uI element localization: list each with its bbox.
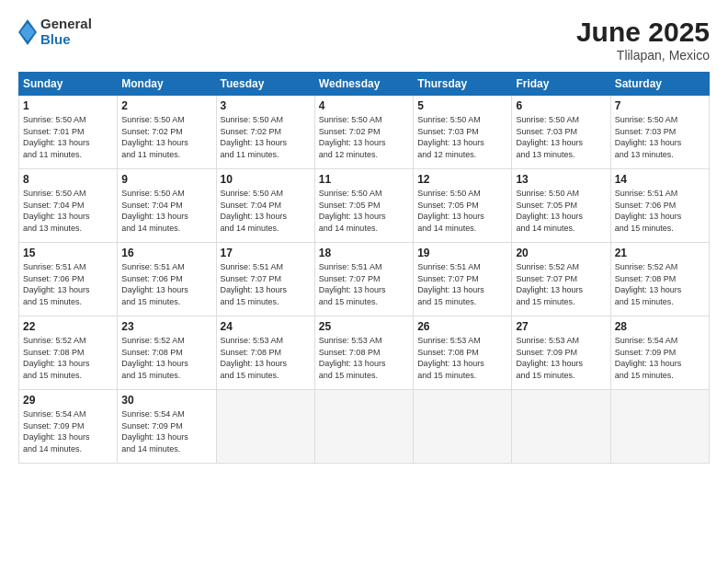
calendar-cell: 12Sunrise: 5:50 AM Sunset: 7:05 PM Dayli… (414, 169, 512, 243)
header-tuesday: Tuesday (216, 73, 314, 96)
day-info: Sunrise: 5:50 AM Sunset: 7:02 PM Dayligh… (319, 114, 409, 160)
calendar-cell: 13Sunrise: 5:50 AM Sunset: 7:05 PM Dayli… (512, 169, 610, 243)
day-number: 15 (23, 247, 113, 259)
svg-marker-1 (20, 23, 35, 41)
day-number: 19 (417, 247, 507, 259)
day-info: Sunrise: 5:53 AM Sunset: 7:08 PM Dayligh… (319, 335, 409, 381)
logo: General Blue (18, 17, 92, 47)
day-info: Sunrise: 5:50 AM Sunset: 7:03 PM Dayligh… (516, 114, 606, 160)
calendar-cell (610, 390, 709, 464)
logo-icon (18, 19, 37, 45)
day-number: 24 (221, 320, 311, 333)
calendar-cell (314, 390, 413, 464)
header-monday: Monday (118, 73, 216, 96)
calendar-cell: 22Sunrise: 5:52 AM Sunset: 7:08 PM Dayli… (19, 316, 118, 390)
day-info: Sunrise: 5:50 AM Sunset: 7:05 PM Dayligh… (516, 188, 606, 234)
calendar-cell (414, 390, 512, 464)
day-info: Sunrise: 5:51 AM Sunset: 7:07 PM Dayligh… (319, 261, 409, 307)
subtitle: Tlilapan, Mexico (576, 48, 710, 63)
calendar-table: Sunday Monday Tuesday Wednesday Thursday… (18, 72, 710, 464)
calendar-cell: 27Sunrise: 5:53 AM Sunset: 7:09 PM Dayli… (512, 316, 610, 390)
day-number: 4 (319, 99, 409, 112)
day-info: Sunrise: 5:50 AM Sunset: 7:04 PM Dayligh… (23, 188, 113, 234)
day-info: Sunrise: 5:51 AM Sunset: 7:07 PM Dayligh… (417, 261, 507, 307)
day-number: 2 (121, 99, 211, 112)
logo-general-text: General (40, 17, 92, 32)
calendar-cell: 8Sunrise: 5:50 AM Sunset: 7:04 PM Daylig… (19, 169, 118, 243)
main-title: June 2025 (576, 17, 710, 48)
calendar-cell: 2Sunrise: 5:50 AM Sunset: 7:02 PM Daylig… (118, 96, 216, 169)
day-info: Sunrise: 5:52 AM Sunset: 7:07 PM Dayligh… (516, 261, 606, 307)
day-number: 7 (615, 99, 705, 112)
calendar-cell: 24Sunrise: 5:53 AM Sunset: 7:08 PM Dayli… (216, 316, 314, 390)
day-number: 12 (417, 173, 507, 186)
calendar-header-row: Sunday Monday Tuesday Wednesday Thursday… (19, 73, 710, 96)
calendar-cell: 26Sunrise: 5:53 AM Sunset: 7:08 PM Dayli… (414, 316, 512, 390)
calendar-cell: 23Sunrise: 5:52 AM Sunset: 7:08 PM Dayli… (118, 316, 216, 390)
day-info: Sunrise: 5:50 AM Sunset: 7:04 PM Dayligh… (221, 188, 311, 234)
calendar-cell: 4Sunrise: 5:50 AM Sunset: 7:02 PM Daylig… (314, 96, 413, 169)
day-info: Sunrise: 5:50 AM Sunset: 7:04 PM Dayligh… (121, 188, 211, 234)
day-info: Sunrise: 5:54 AM Sunset: 7:09 PM Dayligh… (23, 408, 113, 454)
calendar-cell: 16Sunrise: 5:51 AM Sunset: 7:06 PM Dayli… (118, 243, 216, 316)
day-info: Sunrise: 5:50 AM Sunset: 7:03 PM Dayligh… (417, 114, 507, 160)
day-info: Sunrise: 5:53 AM Sunset: 7:08 PM Dayligh… (417, 335, 507, 381)
day-info: Sunrise: 5:51 AM Sunset: 7:06 PM Dayligh… (23, 261, 113, 307)
calendar-cell: 18Sunrise: 5:51 AM Sunset: 7:07 PM Dayli… (314, 243, 413, 316)
day-number: 18 (319, 247, 409, 259)
day-number: 9 (121, 173, 211, 186)
day-number: 5 (417, 99, 507, 112)
header-thursday: Thursday (414, 73, 512, 96)
day-info: Sunrise: 5:54 AM Sunset: 7:09 PM Dayligh… (121, 408, 211, 454)
day-number: 11 (319, 173, 409, 186)
calendar-cell: 9Sunrise: 5:50 AM Sunset: 7:04 PM Daylig… (118, 169, 216, 243)
day-number: 1 (23, 99, 113, 112)
calendar-cell: 1Sunrise: 5:50 AM Sunset: 7:01 PM Daylig… (19, 96, 118, 169)
day-number: 21 (615, 247, 705, 259)
day-number: 26 (417, 320, 507, 333)
day-number: 10 (221, 173, 311, 186)
calendar-cell (512, 390, 610, 464)
day-number: 25 (319, 320, 409, 333)
calendar-cell: 5Sunrise: 5:50 AM Sunset: 7:03 PM Daylig… (414, 96, 512, 169)
day-info: Sunrise: 5:52 AM Sunset: 7:08 PM Dayligh… (121, 335, 211, 381)
day-info: Sunrise: 5:52 AM Sunset: 7:08 PM Dayligh… (615, 261, 705, 307)
calendar-cell: 10Sunrise: 5:50 AM Sunset: 7:04 PM Dayli… (216, 169, 314, 243)
calendar-cell: 15Sunrise: 5:51 AM Sunset: 7:06 PM Dayli… (19, 243, 118, 316)
calendar-cell: 17Sunrise: 5:51 AM Sunset: 7:07 PM Dayli… (216, 243, 314, 316)
calendar-cell: 20Sunrise: 5:52 AM Sunset: 7:07 PM Dayli… (512, 243, 610, 316)
page-header: General Blue June 2025 Tlilapan, Mexico (18, 17, 710, 63)
day-info: Sunrise: 5:50 AM Sunset: 7:01 PM Dayligh… (23, 114, 113, 160)
day-info: Sunrise: 5:50 AM Sunset: 7:05 PM Dayligh… (319, 188, 409, 234)
day-info: Sunrise: 5:54 AM Sunset: 7:09 PM Dayligh… (615, 335, 705, 381)
day-info: Sunrise: 5:50 AM Sunset: 7:03 PM Dayligh… (615, 114, 705, 160)
calendar-cell: 3Sunrise: 5:50 AM Sunset: 7:02 PM Daylig… (216, 96, 314, 169)
day-number: 8 (23, 173, 113, 186)
day-number: 27 (516, 320, 606, 333)
calendar-cell: 6Sunrise: 5:50 AM Sunset: 7:03 PM Daylig… (512, 96, 610, 169)
calendar-cell: 21Sunrise: 5:52 AM Sunset: 7:08 PM Dayli… (610, 243, 709, 316)
calendar-cell: 19Sunrise: 5:51 AM Sunset: 7:07 PM Dayli… (414, 243, 512, 316)
day-info: Sunrise: 5:51 AM Sunset: 7:07 PM Dayligh… (221, 261, 311, 307)
day-number: 20 (516, 247, 606, 259)
calendar-cell: 29Sunrise: 5:54 AM Sunset: 7:09 PM Dayli… (19, 390, 118, 464)
day-info: Sunrise: 5:52 AM Sunset: 7:08 PM Dayligh… (23, 335, 113, 381)
title-block: June 2025 Tlilapan, Mexico (576, 17, 710, 63)
day-number: 23 (121, 320, 211, 333)
header-friday: Friday (512, 73, 610, 96)
calendar-cell: 30Sunrise: 5:54 AM Sunset: 7:09 PM Dayli… (118, 390, 216, 464)
day-number: 14 (615, 173, 705, 186)
calendar-cell (216, 390, 314, 464)
day-number: 3 (221, 99, 311, 112)
day-info: Sunrise: 5:50 AM Sunset: 7:02 PM Dayligh… (221, 114, 311, 160)
header-sunday: Sunday (19, 73, 118, 96)
day-info: Sunrise: 5:53 AM Sunset: 7:08 PM Dayligh… (221, 335, 311, 381)
calendar-cell: 7Sunrise: 5:50 AM Sunset: 7:03 PM Daylig… (610, 96, 709, 169)
day-number: 30 (121, 394, 211, 407)
calendar-cell: 25Sunrise: 5:53 AM Sunset: 7:08 PM Dayli… (314, 316, 413, 390)
day-number: 6 (516, 99, 606, 112)
day-number: 13 (516, 173, 606, 186)
calendar-cell: 11Sunrise: 5:50 AM Sunset: 7:05 PM Dayli… (314, 169, 413, 243)
day-number: 29 (23, 394, 113, 407)
day-info: Sunrise: 5:50 AM Sunset: 7:02 PM Dayligh… (121, 114, 211, 160)
